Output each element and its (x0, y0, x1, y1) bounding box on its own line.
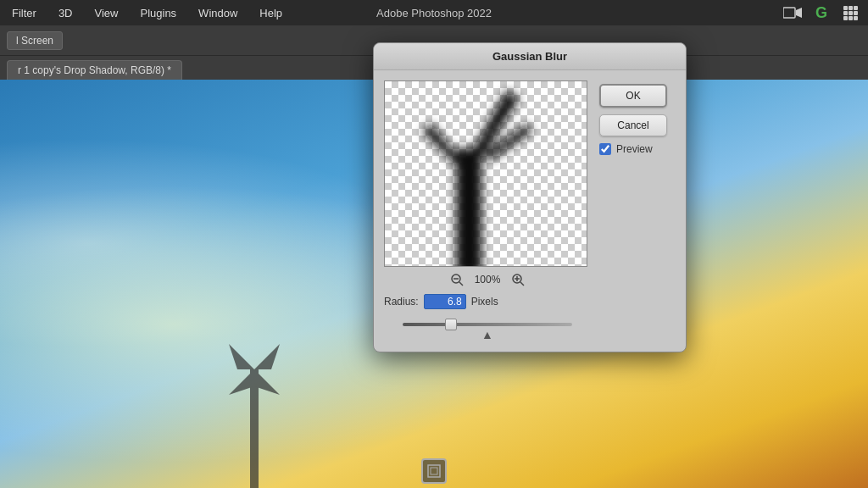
zoom-controls: 100% (384, 272, 591, 287)
svg-rect-4 (854, 6, 858, 10)
cancel-button[interactable]: Cancel (599, 114, 667, 136)
menu-3d[interactable]: 3D (55, 5, 76, 21)
preview-label[interactable]: Preview (616, 143, 653, 155)
dialog-title: Gaussian Blur (374, 43, 686, 70)
zoom-in-button[interactable] (510, 272, 526, 287)
menubar-right: G (783, 3, 860, 22)
svg-rect-6 (849, 11, 853, 15)
grid-icon[interactable] (841, 3, 860, 22)
screen-record-icon[interactable] (783, 3, 802, 22)
menu-plugins[interactable]: Plugins (136, 5, 180, 21)
zoom-out-button[interactable] (449, 272, 465, 287)
zoom-level: 100% (475, 274, 501, 286)
document-tab[interactable]: r 1 copy's Drop Shadow, RGB/8) * (7, 60, 182, 80)
dialog-right: OK Cancel Preview (599, 80, 676, 341)
screen-button[interactable]: l Screen (7, 31, 63, 50)
svg-rect-27 (428, 465, 440, 477)
svg-marker-13 (254, 344, 280, 369)
svg-line-22 (459, 282, 463, 286)
preview-checkbox[interactable] (599, 143, 611, 155)
dialog-left: 100% Radius: Pixels (384, 80, 591, 341)
slider-thumb[interactable] (445, 319, 457, 330)
bottom-app-icon[interactable] (421, 458, 447, 484)
svg-rect-10 (854, 16, 858, 20)
radius-label: Radius: (384, 296, 419, 308)
svg-line-26 (520, 282, 524, 286)
preview-canvas[interactable] (384, 80, 587, 267)
menubar-left: Filter 3D View Plugins Window Help (8, 5, 286, 21)
bottom-bar (0, 454, 868, 488)
preview-silhouette (385, 81, 587, 266)
svg-rect-0 (783, 8, 795, 18)
radius-row: Radius: Pixels (384, 294, 591, 309)
app-title: Adobe Photoshop 2022 (376, 7, 492, 19)
menu-help[interactable]: Help (256, 5, 286, 21)
menubar: Filter 3D View Plugins Window Help Adobe… (0, 0, 868, 25)
svg-rect-7 (854, 11, 858, 15)
gaussian-blur-dialog: Gaussian Blur (373, 42, 687, 352)
g-icon[interactable]: G (812, 3, 831, 22)
preview-row: Preview (599, 143, 676, 155)
svg-rect-28 (431, 468, 437, 474)
ok-button[interactable]: OK (599, 84, 667, 108)
svg-marker-1 (796, 8, 802, 18)
svg-rect-8 (843, 16, 848, 20)
slider-arrow: ▲ (384, 328, 591, 341)
svg-rect-2 (843, 6, 848, 10)
menu-view[interactable]: View (92, 5, 122, 21)
svg-marker-12 (229, 344, 254, 369)
svg-rect-5 (843, 11, 848, 15)
svg-rect-9 (849, 16, 853, 20)
svg-rect-3 (849, 6, 853, 10)
dialog-content: 100% Radius: Pixels (374, 70, 686, 352)
radius-input[interactable] (424, 294, 466, 309)
menu-window[interactable]: Window (195, 5, 241, 21)
menu-filter[interactable]: Filter (8, 5, 40, 21)
slider-container: ▲ (384, 316, 591, 341)
slider-track[interactable] (403, 323, 572, 326)
pixels-label: Pixels (471, 296, 498, 308)
